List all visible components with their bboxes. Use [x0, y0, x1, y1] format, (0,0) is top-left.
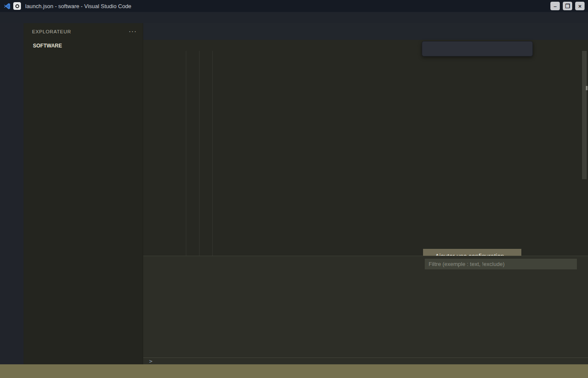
maximize-button[interactable]: ❐ [563, 2, 572, 10]
console-filter-input[interactable] [425, 259, 577, 269]
code-editor[interactable]: Ajouter une configuration... [143, 51, 588, 256]
debug-console-output[interactable] [143, 274, 588, 357]
minimize-button[interactable]: – [550, 2, 560, 10]
chevron-down-icon [25, 42, 32, 49]
debug-toolbar [422, 41, 533, 56]
explorer-more-icon[interactable]: ··· [129, 28, 137, 35]
activity-bar [0, 23, 24, 364]
menu-bar [0, 12, 588, 23]
explorer-title: EXPLORATEUR [32, 29, 71, 34]
bottom-panel: > [143, 256, 588, 364]
editor-scrollbar[interactable] [581, 51, 588, 256]
prompt-chevron-icon: > [149, 358, 153, 364]
minimap[interactable] [531, 51, 581, 256]
window-title: launch.json - software - Visual Studio C… [25, 3, 131, 9]
status-bar [0, 364, 588, 378]
workspace-section[interactable]: SOFTWARE [24, 40, 143, 51]
vscode-window: launch.json - software - Visual Studio C… [0, 0, 588, 378]
workspace-label: SOFTWARE [33, 43, 62, 49]
add-configuration-button[interactable]: Ajouter une configuration... [423, 249, 521, 256]
title-bar: launch.json - software - Visual Studio C… [0, 0, 588, 12]
sidebar-explorer: EXPLORATEUR ··· SOFTWARE [24, 23, 143, 364]
editor-area: Ajouter une configuration... > [143, 23, 588, 364]
close-button[interactable]: × [575, 2, 585, 10]
tab-bar [143, 23, 588, 40]
debug-console-prompt[interactable]: > [143, 357, 588, 364]
app-icon [13, 2, 21, 10]
vscode-logo-icon [3, 3, 11, 10]
